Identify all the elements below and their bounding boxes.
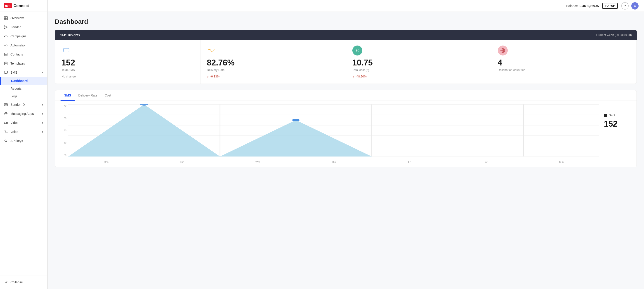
sidebar-sub-dashboard-label: Dashboard [11,79,28,83]
total-cost-value: 10.75 [352,59,373,67]
templates-icon [4,61,8,66]
total-cost-change: ↙ -48.90% [352,75,367,78]
app-name: Connect [14,4,29,8]
insights-title: SMS Insights [60,33,80,37]
sms-icon [4,70,8,75]
chart-tab-cost[interactable]: Cost [101,90,115,101]
sidebar-logo: 8x8 Connect [0,0,48,12]
x-axis: Mon Tue Wed Thu Fri Sat Sun [68,157,599,163]
total-sms-value: 152 [62,59,75,67]
avatar[interactable]: C [631,2,638,9]
sidebar-item-api-keys[interactable]: API keys [0,136,48,145]
automation-icon [4,43,8,47]
total-sms-label: Total SMS [62,68,75,72]
svg-point-19 [4,112,7,115]
sender-icon [4,25,8,29]
sidebar-item-overview-label: Overview [10,16,24,20]
sidebar-item-campaigns[interactable]: Campaigns [0,32,48,41]
svg-point-38 [140,104,148,106]
page-title: Dashboard [55,18,637,25]
svg-point-20 [6,113,6,114]
sidebar-item-contacts-label: Contacts [10,52,23,56]
overview-icon [4,16,8,20]
sidebar-item-sender[interactable]: Sender [0,23,48,32]
legend-count: 152 [604,119,618,129]
sidebar-sub-dashboard[interactable]: Dashboard [0,77,48,85]
chart-tab-sms[interactable]: SMS [60,90,74,101]
sidebar-item-contacts[interactable]: Contacts [0,50,48,59]
chart-body: 70 60 50 40 30 [55,101,636,167]
sidebar-item-voice[interactable]: Voice ▼ [0,127,48,136]
svg-rect-0 [4,16,6,18]
svg-point-22 [5,140,6,142]
x-label-5: Sat [448,161,524,163]
destination-countries-label: Destination countries [498,68,525,72]
y-axis: 70 60 50 40 30 [60,104,67,157]
insights-period: Current week (UTC+08:00) [596,33,632,37]
sidebar-item-video[interactable]: Video ▼ [0,118,48,127]
sidebar-item-overview[interactable]: Overview [0,13,48,23]
sender-id-chevron-icon: ▼ [41,103,44,106]
insights-banner: SMS Insights Current week (UTC+08:00) [55,30,637,40]
sidebar-nav: Overview Sender Campaigns Automation [0,12,48,275]
logo-badge: 8x8 [4,3,12,8]
sidebar-item-sender-id[interactable]: Sender ID ▼ [0,100,48,109]
sidebar-item-messaging-apps[interactable]: Messaging Apps ▼ [0,109,48,118]
header: Balance EUR 1,969.97 TOP UP ? C [48,0,644,12]
sidebar-sub-reports[interactable]: Reports [0,85,48,92]
sidebar-item-voice-label: Voice [10,130,18,134]
sidebar-sub-reports-label: Reports [10,87,22,90]
help-button[interactable]: ? [621,2,628,9]
svg-marker-39 [220,120,372,157]
x-label-3: Thu [296,161,372,163]
svg-rect-7 [4,53,7,56]
x-label-1: Tue [144,161,220,163]
chart-tab-delivery-rate[interactable]: Delivery Rate [74,90,101,101]
messaging-apps-icon [4,111,8,116]
x-label-4: Fri [372,161,448,163]
delivery-rate-arrow: ↙ [207,75,210,78]
stat-total-sms: 152 Total SMS No change [55,40,200,84]
svg-point-6 [6,45,6,46]
total-cost-label: Total cost (€) [352,68,369,72]
destination-countries-value: 4 [498,59,502,67]
video-chevron-icon: ▼ [41,121,44,124]
stat-destination-countries: 4 Destination countries [492,40,636,84]
total-sms-change: No change [62,75,76,78]
collapse-button[interactable]: Collapse [4,278,44,287]
svg-rect-15 [4,103,8,106]
sidebar-item-automation-label: Automation [10,43,26,47]
voice-icon [4,130,8,134]
campaigns-icon [4,34,8,38]
svg-marker-37 [68,104,220,157]
chart-section: SMS Delivery Rate Cost 70 60 50 40 30 [55,90,637,167]
y-label-70: 70 [64,104,66,107]
sidebar-item-sms[interactable]: SMS ▲ [0,68,48,77]
svg-marker-4 [4,25,8,29]
total-cost-arrow: ↙ [352,75,356,78]
sidebar: 8x8 Connect Overview Sender Campaigns [0,0,48,289]
sidebar-item-sender-id-label: Sender ID [10,103,25,106]
destination-countries-icon [498,45,508,55]
stat-delivery-rate: 82.76% Delivery Rate ↙ -0.33% [200,40,346,84]
sidebar-bottom[interactable]: Collapse [0,275,48,289]
legend-dot [604,114,607,117]
delivery-rate-change: ↙ -0.33% [207,75,220,78]
sidebar-item-automation[interactable]: Automation [0,41,48,50]
sender-id-icon [4,102,8,107]
delivery-rate-value: 82.76% [207,59,234,67]
sidebar-item-templates[interactable]: Templates [0,59,48,68]
y-label-50: 50 [64,129,66,132]
sidebar-item-sms-label: SMS [10,71,17,74]
total-cost-icon: € [352,45,362,55]
top-up-button[interactable]: TOP UP [602,3,618,9]
api-keys-icon [4,139,8,143]
voice-chevron-icon: ▼ [41,130,44,133]
svg-rect-3 [6,18,8,20]
svg-rect-1 [6,16,8,18]
legend-label: Sent [609,113,615,117]
svg-rect-14 [4,71,8,73]
sidebar-item-campaigns-label: Campaigns [10,34,26,38]
sidebar-sub-logs[interactable]: Logs [0,92,48,100]
sidebar-item-sender-label: Sender [10,25,21,29]
